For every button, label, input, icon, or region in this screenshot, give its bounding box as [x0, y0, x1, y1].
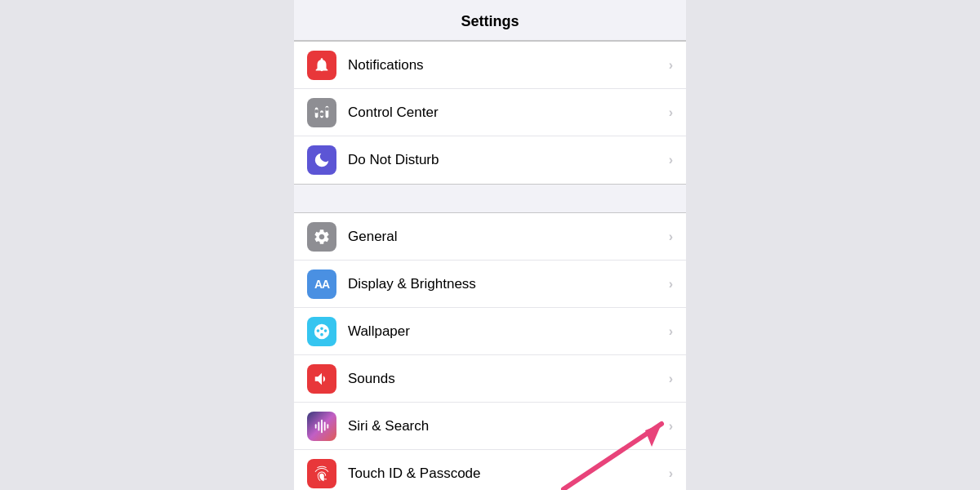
sidebar-item-wallpaper[interactable]: Wallpaper › — [294, 308, 686, 355]
sidebar-item-display[interactable]: AA Display & Brightness › — [294, 261, 686, 308]
display-label: Display & Brightness — [348, 276, 669, 292]
control-center-icon-wrap — [307, 98, 336, 127]
notifications-label: Notifications — [348, 57, 669, 74]
sidebar-item-control-center[interactable]: Control Center › — [294, 89, 686, 136]
sidebar-item-notifications[interactable]: Notifications › — [294, 42, 686, 89]
notifications-chevron: › — [669, 58, 673, 73]
control-center-label: Control Center — [348, 105, 669, 121]
svg-point-3 — [314, 109, 318, 113]
siri-icon — [313, 417, 331, 435]
wallpaper-icon — [313, 323, 331, 341]
display-icon-wrap: AA — [307, 270, 336, 299]
svg-point-4 — [320, 112, 324, 116]
display-icon: AA — [314, 278, 329, 291]
do-not-disturb-icon-wrap — [307, 145, 336, 175]
notifications-icon-wrap — [307, 51, 336, 80]
wallpaper-icon-wrap — [307, 317, 336, 346]
svg-rect-8 — [324, 421, 326, 430]
sounds-chevron: › — [669, 372, 673, 386]
page-title: Settings — [294, 13, 686, 30]
touchid-chevron: › — [669, 466, 673, 481]
svg-rect-7 — [318, 421, 319, 430]
general-label: General — [348, 229, 669, 245]
sounds-label: Sounds — [348, 371, 669, 387]
siri-chevron: › — [669, 419, 673, 434]
general-icon-wrap — [307, 222, 336, 252]
siri-label: Siri & Search — [348, 418, 669, 434]
display-chevron: › — [669, 277, 673, 292]
sidebar-item-sounds[interactable]: Sounds › — [294, 355, 686, 403]
settings-header: Settings — [294, 0, 686, 41]
sidebar-item-general[interactable]: General › — [294, 213, 686, 261]
sidebar-item-touchid[interactable]: Touch ID & Passcode › — [294, 450, 686, 490]
phone-container: Settings Notifications › — [294, 0, 686, 490]
siri-icon-wrap — [307, 412, 336, 441]
touchid-label: Touch ID & Passcode — [348, 466, 669, 482]
sidebar-item-do-not-disturb[interactable]: Do Not Disturb › — [294, 136, 686, 184]
do-not-disturb-label: Do Not Disturb — [348, 152, 669, 168]
do-not-disturb-chevron: › — [669, 153, 673, 167]
touchid-icon — [313, 465, 331, 483]
control-center-icon — [313, 104, 331, 122]
control-center-chevron: › — [669, 105, 673, 120]
gear-icon — [313, 228, 331, 246]
wallpaper-label: Wallpaper — [348, 323, 669, 340]
moon-icon — [313, 151, 331, 169]
section-group-2: General › AA Display & Brightness › Wall… — [294, 212, 686, 490]
sidebar-item-siri[interactable]: Siri & Search › — [294, 403, 686, 450]
sounds-icon — [313, 370, 331, 388]
section-group-1: Notifications › Control Center › — [294, 41, 686, 185]
svg-point-5 — [325, 107, 329, 111]
notifications-icon — [313, 56, 331, 74]
svg-rect-10 — [327, 424, 328, 429]
general-chevron: › — [669, 229, 673, 244]
wallpaper-chevron: › — [669, 324, 673, 339]
svg-rect-9 — [315, 424, 317, 429]
section-divider — [294, 185, 686, 212]
touchid-icon-wrap — [307, 459, 336, 488]
sounds-icon-wrap — [307, 364, 336, 394]
svg-rect-6 — [321, 419, 323, 433]
